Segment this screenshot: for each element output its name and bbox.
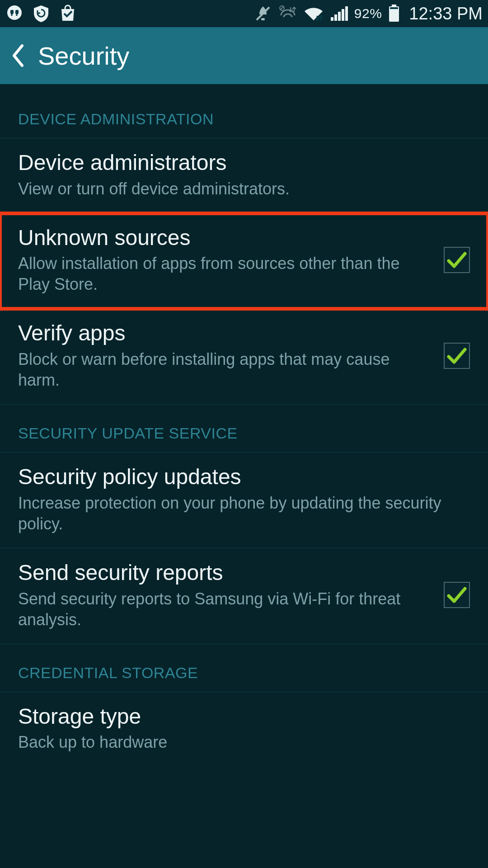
chevron-left-icon (11, 44, 25, 67)
signal-icon (330, 5, 348, 22)
mute-icon (254, 5, 272, 23)
svg-rect-2 (15, 10, 19, 14)
row-subtitle: Increase protection on your phone by upd… (18, 493, 470, 534)
hotspot-off-icon (278, 5, 297, 23)
wifi-icon (304, 5, 324, 22)
checkbox-send-security-reports[interactable] (444, 582, 470, 608)
battery-icon (388, 5, 400, 23)
row-subtitle: Allow installation of apps from sources … (18, 253, 431, 295)
checkbox-unknown-sources[interactable] (444, 247, 470, 273)
svg-rect-7 (331, 17, 333, 21)
row-subtitle: Send security reports to Samsung via Wi-… (18, 589, 431, 630)
hangouts-icon (5, 5, 23, 23)
row-title: Security policy updates (18, 464, 470, 490)
row-title: Verify apps (18, 321, 431, 346)
svg-rect-14 (390, 7, 398, 9)
section-header-credential-storage: CREDENTIAL STORAGE (0, 644, 488, 692)
settings-list: DEVICE ADMINISTRATION Device administrat… (0, 84, 488, 767)
page-title: Security (38, 41, 129, 71)
svg-rect-10 (342, 9, 344, 21)
row-unknown-sources[interactable]: Unknown sources Allow installation of ap… (0, 213, 488, 309)
svg-rect-11 (345, 6, 348, 21)
clock: 12:33 PM (409, 4, 483, 24)
app-bar: Security (0, 27, 488, 84)
row-subtitle: View or turn off device administrators. (18, 179, 470, 199)
section-header-security-update-service: SECURITY UPDATE SERVICE (0, 405, 488, 453)
back-button[interactable] (8, 41, 28, 70)
row-device-administrators[interactable]: Device administrators View or turn off d… (0, 138, 488, 213)
row-send-security-reports[interactable]: Send security reports Send security repo… (0, 548, 488, 644)
row-title: Device administrators (18, 150, 470, 176)
row-title: Storage type (18, 704, 470, 730)
svg-rect-1 (10, 10, 14, 14)
svg-line-6 (280, 6, 284, 10)
row-title: Send security reports (18, 560, 431, 586)
row-subtitle: Back up to hardware (18, 732, 470, 753)
svg-rect-13 (392, 5, 396, 7)
row-title: Unknown sources (18, 225, 431, 251)
row-storage-type[interactable]: Storage type Back up to hardware (0, 692, 488, 767)
svg-rect-3 (261, 18, 265, 20)
checkbox-verify-apps[interactable] (444, 343, 470, 369)
row-security-policy-updates[interactable]: Security policy updates Increase protect… (0, 453, 488, 548)
svg-rect-8 (334, 14, 337, 21)
shield-refresh-icon (32, 4, 51, 23)
row-subtitle: Block or warn before installing apps tha… (18, 349, 431, 391)
section-header-device-administration: DEVICE ADMINISTRATION (0, 90, 488, 138)
battery-percent: 92% (354, 6, 382, 21)
status-bar: 92% 12:33 PM (0, 0, 488, 27)
svg-rect-9 (338, 12, 341, 21)
row-verify-apps[interactable]: Verify apps Block or warn before install… (0, 309, 488, 405)
play-store-bag-icon (59, 5, 77, 23)
